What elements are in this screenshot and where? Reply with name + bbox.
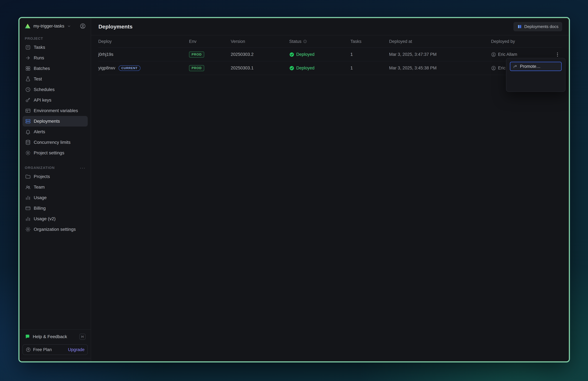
upgrade-link[interactable]: Upgrade	[68, 347, 84, 352]
sidebar-item-team[interactable]: Team	[22, 182, 88, 192]
sidebar-item-label: Usage	[34, 195, 47, 200]
sidebar-item-concurrency-limits[interactable]: Concurrency limits	[22, 137, 88, 148]
sidebar-item-usage[interactable]: Usage	[22, 192, 88, 203]
sidebar-item-project-settings[interactable]: Project settings	[22, 148, 88, 158]
plan-box: Free Plan Upgrade	[22, 344, 88, 355]
gear-icon	[25, 226, 31, 232]
status-label: Deployed	[296, 52, 315, 57]
deployed-by-cell: Eric Allam	[491, 52, 549, 57]
sidebar-item-label: Billing	[34, 206, 46, 211]
deployed-at: Mar 3, 2025, 3:47:37 PM	[389, 52, 491, 57]
current-badge: CURRENT	[119, 66, 140, 71]
column-header-tasks[interactable]: Tasks	[350, 39, 389, 44]
status-cell: Deployed	[289, 66, 350, 71]
sidebar-item-organization-settings[interactable]: Organization settings	[22, 224, 88, 235]
folder-icon	[25, 174, 31, 179]
docs-button-label: Deployments docs	[524, 24, 558, 29]
book-icon	[517, 24, 522, 29]
version-cell: 20250303.1	[231, 66, 289, 70]
sidebar-item-runs[interactable]: Runs	[22, 53, 88, 63]
credit-card-icon	[25, 205, 31, 211]
sidebar-item-batches[interactable]: Batches	[22, 63, 88, 74]
workspace-switcher[interactable]: my-trigger-tasks	[22, 18, 88, 34]
sidebar-item-projects[interactable]: Projects	[22, 171, 88, 182]
key-icon	[25, 97, 31, 103]
table-header-row: Deploy Env Version Status Tasks Deployed…	[98, 35, 562, 48]
bar-chart-icon	[25, 195, 31, 201]
sidebar-item-label: Tasks	[34, 45, 45, 50]
promote-icon	[513, 64, 518, 69]
page-title: Deployments	[98, 23, 133, 30]
info-icon	[303, 40, 307, 43]
flask-icon	[25, 76, 31, 82]
sidebar-item-deployments[interactable]: Deployments	[22, 116, 88, 127]
env-badge: PROD	[189, 65, 204, 71]
sidebar-item-label: Batches	[34, 66, 50, 71]
table-row[interactable]: yigp8rwv CURRENT PROD 20250303.1 Deploye…	[98, 61, 562, 75]
env-badge: PROD	[189, 51, 204, 58]
column-header-version[interactable]: Version	[231, 39, 289, 44]
deployments-docs-button[interactable]: Deployments docs	[514, 22, 562, 31]
column-header-deployed-at[interactable]: Deployed at	[389, 39, 491, 44]
organization-section-label: ORGANIZATION ···	[22, 164, 88, 171]
column-header-deploy[interactable]: Deploy	[98, 39, 189, 44]
sidebar-item-label: Concurrency limits	[34, 140, 70, 145]
sidebar-item-api-keys[interactable]: API keys	[22, 95, 88, 105]
tasks-icon	[25, 45, 31, 50]
sidebar-item-schedules[interactable]: Schedules	[22, 84, 88, 95]
sidebar-item-label: Alerts	[34, 129, 45, 134]
sidebar-item-label: Runs	[34, 55, 44, 61]
column-header-env[interactable]: Env	[189, 39, 231, 44]
clock-icon	[25, 87, 31, 92]
chevron-down-icon	[67, 24, 71, 28]
sidebar-item-billing[interactable]: Billing	[22, 203, 88, 214]
table-grid-icon	[25, 108, 31, 113]
tasks-count: 1	[350, 52, 389, 57]
sidebar-bottom: Help & Feedback H Free Plan Upgrade	[22, 329, 88, 359]
sidebar-item-label: Project settings	[34, 150, 64, 156]
column-header-deployed-by[interactable]: Deployed by	[491, 39, 549, 44]
sidebar-item-label: Projects	[34, 174, 50, 179]
deployed-at: Mar 3, 2025, 3:45:38 PM	[389, 66, 491, 70]
database-icon	[25, 139, 31, 145]
check-circle-icon	[289, 52, 294, 57]
batches-icon	[25, 66, 31, 71]
deployed-by-name: Eric Allam	[498, 52, 517, 57]
user-avatar-icon	[491, 52, 496, 57]
keyboard-shortcut-badge: H	[79, 334, 85, 340]
sidebar-item-usage-v2[interactable]: Usage (v2)	[22, 214, 88, 224]
server-stack-icon	[25, 118, 31, 124]
sidebar-item-label: Organization settings	[34, 227, 76, 232]
project-nav: Tasks Runs Batches Test Schedules API ke…	[22, 42, 88, 158]
sidebar-item-alerts[interactable]: Alerts	[22, 127, 88, 137]
sidebar-item-environment-variables[interactable]: Environment variables	[22, 105, 88, 116]
sidebar-item-label: Test	[34, 76, 42, 82]
user-avatar-icon	[491, 66, 496, 71]
sidebar-item-label: Deployments	[34, 119, 60, 124]
user-avatar-icon[interactable]	[80, 23, 86, 29]
workspace-name: my-trigger-tasks	[33, 24, 64, 29]
check-circle-icon	[289, 66, 294, 71]
bar-chart-icon	[25, 216, 31, 222]
help-feedback-button[interactable]: Help & Feedback H	[22, 332, 88, 342]
organization-menu-button[interactable]: ···	[80, 165, 85, 170]
main-header: Deployments Deployments docs	[91, 18, 569, 35]
row-menu-button[interactable]	[553, 50, 562, 59]
plan-label: Free Plan	[33, 347, 52, 352]
runs-icon	[25, 55, 31, 61]
sidebar-item-label: Schedules	[34, 87, 55, 92]
status-label: Deployed	[296, 66, 315, 70]
chat-bubble-icon	[25, 334, 30, 339]
trigger-logo-icon	[24, 23, 31, 29]
column-header-status[interactable]: Status	[289, 39, 350, 44]
bell-icon	[25, 129, 31, 135]
row-context-menu: Promote…	[506, 58, 566, 92]
sidebar: my-trigger-tasks PROJECT Tasks Runs	[20, 18, 91, 361]
table-row[interactable]: j0rhj19s PROD 20250303.2 Deployed 1 Mar …	[98, 48, 562, 61]
sidebar-item-tasks[interactable]: Tasks	[22, 42, 88, 53]
help-feedback-label: Help & Feedback	[33, 334, 67, 339]
sidebar-item-test[interactable]: Test	[22, 74, 88, 84]
version-cell: 20250303.2	[231, 52, 289, 57]
menu-item-promote[interactable]: Promote…	[510, 62, 562, 71]
deploy-id: j0rhj19s	[98, 52, 113, 57]
